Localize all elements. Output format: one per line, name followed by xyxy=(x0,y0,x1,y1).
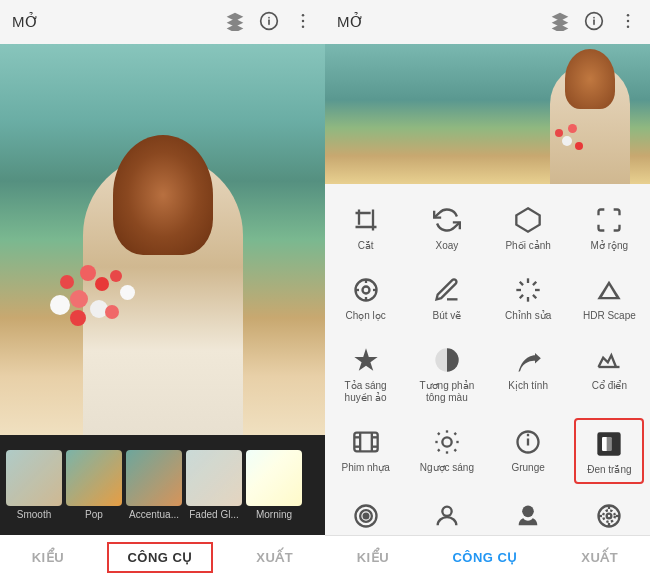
left-tab-xuat[interactable]: XUẤT xyxy=(236,542,313,573)
tools-row-4: Phim nhựa Ngược sáng xyxy=(325,414,650,488)
toa-sang-icon xyxy=(348,342,384,378)
tool-grunge[interactable]: Grunge xyxy=(493,418,563,484)
left-title: MỞ xyxy=(12,13,41,31)
left-header-icons xyxy=(225,11,313,34)
filter-strip: Smooth Pop Accentua... Faded Gl... Morni… xyxy=(0,435,325,535)
hdr-scape-label: HDR Scape xyxy=(583,310,636,322)
svg-line-45 xyxy=(438,449,440,451)
tool-tu-the-dau[interactable]: Tư thế đầu xyxy=(493,492,563,535)
more-icon[interactable] xyxy=(293,11,313,34)
right-more-icon[interactable] xyxy=(618,11,638,34)
svg-rect-49 xyxy=(607,437,612,451)
tool-lam-mo[interactable]: Làm mờ ống kính xyxy=(574,492,644,535)
tool-nguoc-sang[interactable]: Ngược sáng xyxy=(412,418,482,484)
right-tab-xuat[interactable]: XUẤT xyxy=(561,542,638,573)
filter-thumb-morning xyxy=(246,450,302,506)
photo-flowers xyxy=(40,265,150,355)
noir-icon xyxy=(348,498,384,534)
tuong-phan-icon xyxy=(429,342,465,378)
cat-label: Cắt xyxy=(358,240,374,252)
left-bottom-tabs: KIỂU CÔNG CỤ XUẤT xyxy=(0,535,325,579)
tools-row-5: Noir Chân dung Tư thế đầ xyxy=(325,488,650,535)
filter-smooth[interactable]: Smooth xyxy=(6,450,62,520)
svg-point-9 xyxy=(627,13,630,15)
tool-mo-rong[interactable]: Mở rộng xyxy=(574,196,644,258)
right-tab-kieu[interactable]: KIỂU xyxy=(337,542,409,573)
tool-toa-sang[interactable]: Tỏa sáng huyền ảo xyxy=(331,336,401,410)
tool-co-dien[interactable]: Cổ điển xyxy=(574,336,644,410)
right-layers-icon[interactable] xyxy=(550,11,570,34)
but-ve-icon xyxy=(429,272,465,308)
filter-pop[interactable]: Pop xyxy=(66,450,122,520)
but-ve-label: Bút vẽ xyxy=(432,310,461,322)
tu-the-dau-icon xyxy=(510,498,546,534)
filter-accentua[interactable]: Accentua... xyxy=(126,450,182,520)
tool-cat[interactable]: Cắt xyxy=(331,196,401,258)
hdr-scape-icon xyxy=(591,272,627,308)
tools-row-2: Chọn lọc Bút vẽ xyxy=(325,262,650,332)
svg-point-7 xyxy=(593,16,595,18)
mo-rong-label: Mở rộng xyxy=(591,240,629,252)
co-dien-label: Cổ điển xyxy=(592,380,627,392)
right-info-icon[interactable] xyxy=(584,11,604,34)
tool-chon-loc[interactable]: Chọn lọc xyxy=(331,266,401,328)
filter-faded[interactable]: Faded Gl... xyxy=(186,450,242,520)
tool-phoi-canh[interactable]: Phối cảnh xyxy=(493,196,563,258)
tool-but-ve[interactable]: Bút vẽ xyxy=(412,266,482,328)
tool-den-trang[interactable]: Đen trắng xyxy=(574,418,644,484)
svg-point-52 xyxy=(363,514,368,519)
tool-kich-tinh[interactable]: Kịch tính xyxy=(493,336,563,410)
tool-noir[interactable]: Noir xyxy=(331,492,401,535)
svg-line-21 xyxy=(520,282,523,285)
tools-grid: Cắt Xoay Phối cảnh xyxy=(325,184,650,535)
svg-point-56 xyxy=(604,510,616,522)
filter-thumb-accentua xyxy=(126,450,182,506)
phoi-canh-label: Phối cảnh xyxy=(505,240,550,252)
svg-point-57 xyxy=(607,514,612,519)
toa-sang-label: Tỏa sáng huyền ảo xyxy=(335,380,397,404)
right-flowers xyxy=(550,124,600,164)
nguoc-sang-label: Ngược sáng xyxy=(420,462,474,474)
svg-line-25 xyxy=(520,295,523,298)
svg-line-42 xyxy=(454,449,456,451)
tools-row-3: Tỏa sáng huyền ảo Tương phản tông màu xyxy=(325,332,650,414)
filter-label-morning: Morning xyxy=(256,509,292,520)
left-tab-cong-cu[interactable]: CÔNG CỤ xyxy=(107,542,213,573)
phoi-canh-icon xyxy=(510,202,546,238)
tool-chan-dung[interactable]: Chân dung xyxy=(412,492,482,535)
svg-point-4 xyxy=(302,19,305,22)
filter-thumb-smooth xyxy=(6,450,62,506)
info-icon[interactable] xyxy=(259,11,279,34)
chinh-sua-label: Chỉnh sửa xyxy=(505,310,551,322)
tool-xoay[interactable]: Xoay xyxy=(412,196,482,258)
right-preview xyxy=(325,44,650,184)
filter-morning[interactable]: Morning xyxy=(246,450,302,520)
kich-tinh-label: Kịch tính xyxy=(508,380,548,392)
kich-tinh-icon xyxy=(510,342,546,378)
filter-label-pop: Pop xyxy=(85,509,103,520)
chinh-sua-icon xyxy=(510,272,546,308)
tool-chinh-sua[interactable]: Chỉnh sửa xyxy=(493,266,563,328)
svg-point-10 xyxy=(627,19,630,22)
left-tab-kieu[interactable]: KIỂU xyxy=(12,542,84,573)
tool-phim-nhua[interactable]: Phim nhựa xyxy=(331,418,401,484)
main-photo xyxy=(0,44,325,435)
xoay-label: Xoay xyxy=(435,240,458,252)
svg-point-5 xyxy=(302,25,305,28)
right-title: MỞ xyxy=(337,13,366,31)
nguoc-sang-icon xyxy=(429,424,465,460)
chon-loc-label: Chọn lọc xyxy=(345,310,385,322)
filter-label-smooth: Smooth xyxy=(17,509,51,520)
phim-nhua-label: Phim nhựa xyxy=(342,462,390,474)
left-header: MỞ xyxy=(0,0,325,44)
right-tab-cong-cu[interactable]: CÔNG CỤ xyxy=(432,542,538,573)
chan-dung-icon xyxy=(429,498,465,534)
right-header-left: MỞ xyxy=(337,13,366,31)
tool-tuong-phan[interactable]: Tương phản tông màu xyxy=(412,336,482,410)
tool-hdr-scape[interactable]: HDR Scape xyxy=(574,266,644,328)
layers-icon[interactable] xyxy=(225,11,245,34)
photo-hair xyxy=(113,135,213,255)
chon-loc-icon xyxy=(348,272,384,308)
svg-line-41 xyxy=(438,433,440,435)
left-panel: MỞ xyxy=(0,0,325,579)
